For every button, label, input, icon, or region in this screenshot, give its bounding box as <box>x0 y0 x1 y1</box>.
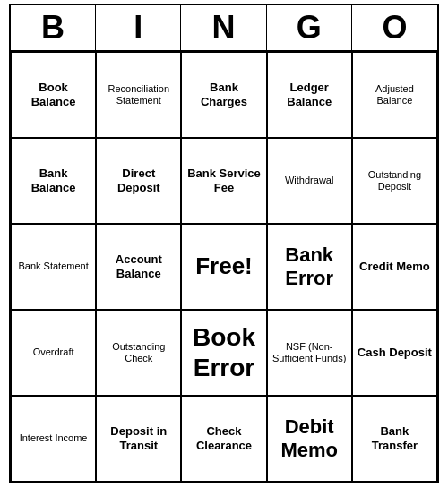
bingo-cell-11: Account Balance <box>96 224 181 310</box>
bingo-cell-18: NSF (Non-Sufficient Funds) <box>267 310 352 396</box>
bingo-cell-5: Bank Balance <box>11 138 96 224</box>
bingo-header: BINGO <box>11 5 437 52</box>
bingo-card: BINGO Book BalanceReconciliation Stateme… <box>9 4 439 483</box>
bingo-cell-10: Bank Statement <box>11 224 96 310</box>
bingo-cell-20: Interest Income <box>11 396 96 482</box>
bingo-cell-12: Free! <box>181 224 266 310</box>
bingo-cell-8: Withdrawal <box>267 138 352 224</box>
bingo-cell-0: Book Balance <box>11 52 96 138</box>
bingo-cell-15: Overdraft <box>11 310 96 396</box>
bingo-cell-17: Book Error <box>181 310 266 396</box>
bingo-grid: Book BalanceReconciliation StatementBank… <box>11 52 437 482</box>
bingo-cell-22: Check Clearance <box>181 396 266 482</box>
bingo-cell-4: Adjusted Balance <box>352 52 437 138</box>
bingo-cell-14: Credit Memo <box>352 224 437 310</box>
bingo-cell-1: Reconciliation Statement <box>96 52 181 138</box>
bingo-cell-3: Ledger Balance <box>267 52 352 138</box>
header-letter-i: I <box>96 5 181 50</box>
header-letter-o: O <box>352 5 437 50</box>
bingo-cell-2: Bank Charges <box>181 52 266 138</box>
bingo-cell-21: Deposit in Transit <box>96 396 181 482</box>
bingo-cell-7: Bank Service Fee <box>181 138 266 224</box>
bingo-cell-23: Debit Memo <box>267 396 352 482</box>
bingo-cell-16: Outstanding Check <box>96 310 181 396</box>
bingo-cell-24: Bank Transfer <box>352 396 437 482</box>
bingo-cell-9: Outstanding Deposit <box>352 138 437 224</box>
header-letter-n: N <box>181 5 266 50</box>
bingo-cell-13: Bank Error <box>267 224 352 310</box>
bingo-cell-19: Cash Deposit <box>352 310 437 396</box>
header-letter-b: B <box>11 5 96 50</box>
bingo-cell-6: Direct Deposit <box>96 138 181 224</box>
header-letter-g: G <box>267 5 352 50</box>
